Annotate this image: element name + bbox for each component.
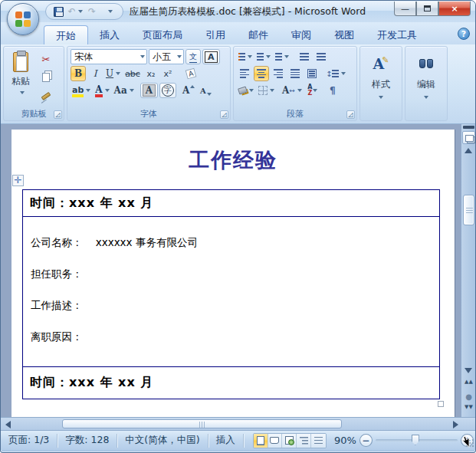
document-page[interactable]: 工作经验 时间：xxx 年 xx 月 公司名称： xxxxxx 事务有限公司 担… [11,130,455,417]
clear-formatting-button[interactable]: A [183,66,199,81]
save-icon [54,7,64,17]
line-spacing-button[interactable]: ↕ [324,66,347,81]
bold-button[interactable]: B [71,66,86,81]
ruler-toggle-button[interactable] [462,131,475,144]
strikethrough-button[interactable]: abc [123,66,142,81]
font-size-combo[interactable]: 小五 [149,49,184,64]
decrease-indent-button[interactable] [297,49,312,64]
zoom-slider[interactable] [376,439,458,442]
table-row-time-2[interactable]: 时间：xxx 年 xx 月 [23,367,439,399]
outline-view-button[interactable] [297,434,311,448]
text-highlight-button[interactable]: ab [71,83,92,98]
underline-button[interactable]: U [104,66,122,81]
word-count[interactable]: 字数: 128 [57,434,117,448]
page-indicator[interactable]: 页面: 1/3 [1,434,57,448]
show-hide-marks-button[interactable]: ¶ [325,83,340,98]
scroll-right-icon[interactable] [453,421,458,428]
minimize-button[interactable]: — [394,2,416,16]
change-case-button[interactable]: Aa [113,83,136,98]
asian-layout-arrows-icon: ↔ [289,87,295,94]
split-handle[interactable] [463,126,474,129]
tab-home[interactable]: 开始 [44,25,88,44]
justify-icon [291,69,300,77]
tab-insert[interactable]: 插入 [88,25,131,44]
format-painter-button[interactable] [37,87,55,104]
next-page-button[interactable]: ▼▼ [461,405,476,409]
customize-qat-button[interactable] [101,5,117,18]
web-layout-view-button[interactable] [282,434,297,448]
table-move-handle[interactable]: ✛ [12,175,24,186]
cut-button[interactable]: ✂ [37,51,55,67]
increase-indent-button[interactable] [314,49,329,64]
zoom-slider-thumb[interactable] [412,435,419,445]
work-experience-table[interactable]: 时间：xxx 年 xx 月 公司名称： xxxxxx 事务有限公司 担任职务： … [22,189,440,399]
sort-button[interactable]: AZ [305,83,320,98]
save-button[interactable] [51,5,66,18]
borders-button[interactable] [257,83,276,98]
select-browse-object-button[interactable]: ● [461,392,476,401]
help-button[interactable]: ? [458,28,470,40]
scroll-down-icon[interactable] [465,368,472,373]
enclose-characters-button[interactable]: 字 [159,83,176,98]
phonetic-guide-button[interactable]: 文 [185,49,201,64]
tab-review[interactable]: 审阅 [280,25,323,44]
vertical-scroll-thumb[interactable] [463,195,474,225]
close-button[interactable]: × [438,2,471,16]
zoom-level[interactable]: 90% [334,435,356,446]
table-resize-handle[interactable] [438,401,444,407]
strikethrough-label: abc [125,69,140,79]
align-left-button[interactable] [237,66,252,81]
tab-developer[interactable]: 开发工具 [366,25,428,44]
tab-page-layout[interactable]: 页面布局 [131,25,194,44]
tab-mailings[interactable]: 邮件 [237,25,280,44]
previous-page-button[interactable]: ▲▲ [461,379,476,384]
numbering-button[interactable] [255,49,272,64]
vertical-scrollbar[interactable]: ▲▲ ● ▼▼ [461,124,475,417]
character-shading-button[interactable]: A [140,83,158,98]
shrink-font-button[interactable]: A [198,83,213,98]
table-row-time-1[interactable]: 时间：xxx 年 xx 月 [23,190,439,217]
enclose-characters-label: 字 [162,84,174,97]
bullets-button[interactable] [237,49,254,64]
subscript-button[interactable]: x₂ [143,66,159,81]
tab-references[interactable]: 引用 [194,25,237,44]
copy-button[interactable] [37,69,55,86]
scroll-left-icon[interactable] [5,421,11,428]
asian-layout-button[interactable]: A↔ [281,83,304,98]
font-color-button[interactable]: A [94,83,110,98]
multilevel-list-button[interactable] [274,49,291,64]
quick-styles-button[interactable]: A ✎ [368,51,394,76]
paragraph-dialog-launcher[interactable]: ◿ [346,110,355,119]
grow-font-button[interactable]: A [181,83,196,98]
redo-button[interactable]: ↷ [84,5,100,18]
table-row-details[interactable]: 公司名称： xxxxxx 事务有限公司 担任职务： 工作描述： 离职原因： [23,217,439,367]
align-center-button[interactable] [254,66,269,81]
font-name-combo[interactable]: 宋体 [71,49,147,64]
scroll-up-icon[interactable] [465,148,472,153]
print-layout-view-button[interactable] [254,434,268,448]
shading-button[interactable] [237,83,255,98]
language-indicator[interactable]: 中文(简体，中国) [117,434,208,448]
justify-button[interactable] [287,66,303,81]
character-border-button[interactable]: A [202,49,220,64]
find-button[interactable] [413,51,439,76]
paste-button[interactable]: 粘贴 [7,49,34,104]
tab-view[interactable]: 视图 [323,25,366,44]
insert-mode-indicator[interactable]: 插入 [208,434,244,448]
window-controls: — × [394,2,471,16]
clipboard-dialog-launcher[interactable]: ◿ [54,110,62,119]
draft-view-button[interactable] [311,434,326,448]
align-right-button[interactable] [271,66,286,81]
italic-button[interactable]: I [87,66,103,81]
horizontal-scroll-thumb[interactable] [62,419,342,428]
distribute-button[interactable] [304,66,320,81]
restore-button[interactable] [416,2,438,16]
font-dialog-launcher[interactable]: ◿ [220,110,228,119]
superscript-button[interactable]: x² [160,66,176,81]
office-button[interactable] [7,3,39,35]
fullscreen-reading-view-button[interactable] [268,434,283,448]
undo-button[interactable]: ↶ [67,5,83,18]
horizontal-scrollbar[interactable] [1,417,476,430]
align-left-icon [240,69,249,77]
zoom-out-button[interactable]: − [359,434,373,447]
